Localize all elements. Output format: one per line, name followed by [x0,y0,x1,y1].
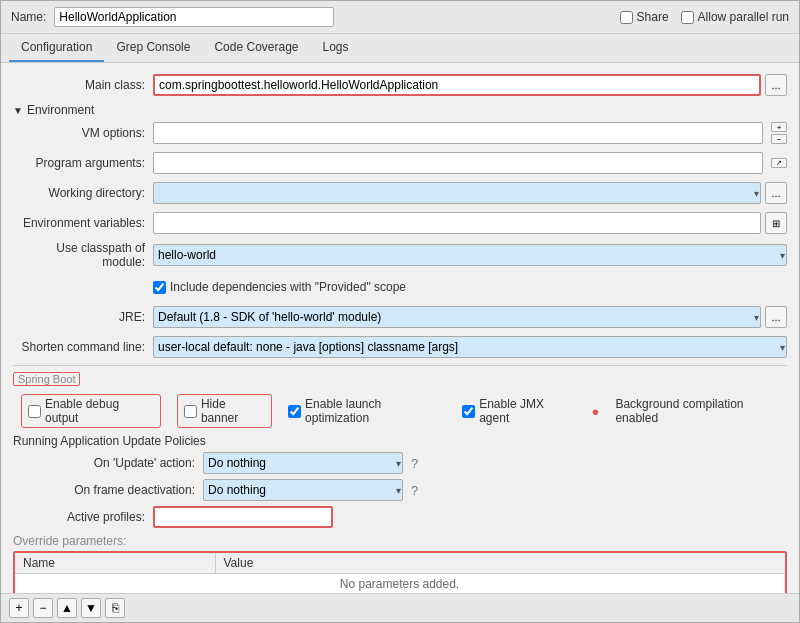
main-class-browse-button[interactable]: ... [765,74,787,96]
on-update-select-wrapper: Do nothing ▾ [203,452,403,474]
working-dir-field: ▾ ... [153,182,787,204]
enable-launch-checkbox-label[interactable]: Enable launch optimization [288,397,446,425]
jre-field: Default (1.8 - SDK of 'hello-world' modu… [153,306,787,328]
enable-jmx-checkbox-label[interactable]: Enable JMX agent [462,397,575,425]
env-vars-row: Environment variables: ⊞ [13,211,787,235]
on-update-help-icon[interactable]: ? [411,456,418,471]
program-args-expand-btn[interactable]: ↗ [771,158,787,168]
down-button[interactable]: ▼ [81,598,101,618]
tab-code-coverage[interactable]: Code Coverage [202,34,310,62]
program-args-input[interactable] [153,152,763,174]
vm-options-field: + − [153,122,787,144]
hide-banner-label: Hide banner [201,397,265,425]
vm-options-input[interactable] [153,122,763,144]
remove-button[interactable]: − [33,598,53,618]
main-class-input[interactable] [153,74,761,96]
vm-options-collapse-btn[interactable]: − [771,134,787,144]
active-profiles-input[interactable] [153,506,333,528]
on-update-label: On 'Update' action: [33,456,203,470]
on-frame-help-icon[interactable]: ? [411,483,418,498]
override-label: Override parameters: [13,534,787,548]
enable-debug-checkbox[interactable] [28,405,41,418]
program-args-label: Program arguments: [13,156,153,170]
separator-1 [13,365,787,366]
enable-jmx-label: Enable JMX agent [479,397,575,425]
table-header-value: Value [215,553,785,574]
share-checkbox-label[interactable]: Share [620,10,669,24]
working-dir-label: Working directory: [13,186,153,200]
environment-label: Environment [27,103,94,117]
classpath-label: Use classpath of module: [13,241,153,269]
enable-jmx-checkbox[interactable] [462,405,475,418]
table-empty-row: No parameters added. Add parameter (⌘N) [15,574,785,594]
add-button[interactable]: + [9,598,29,618]
jre-browse-button[interactable]: ... [765,306,787,328]
main-class-label: Main class: [13,78,153,92]
classpath-select[interactable]: hello-world [153,244,787,266]
hide-banner-checkbox-label[interactable]: Hide banner [177,394,272,428]
tab-logs[interactable]: Logs [311,34,361,62]
include-deps-checkbox[interactable] [153,281,166,294]
name-input[interactable] [54,7,334,27]
active-profiles-row: Active profiles: [13,506,787,528]
env-vars-label: Environment variables: [13,216,153,230]
allow-parallel-checkbox-label[interactable]: Allow parallel run [681,10,789,24]
shorten-cmd-field: user-local default: none - java [options… [153,336,787,358]
env-vars-input[interactable] [153,212,761,234]
working-dir-input[interactable] [153,182,761,204]
on-frame-select[interactable]: Do nothing [203,479,403,501]
spring-boot-label: Spring Boot [13,372,80,386]
env-vars-browse-button[interactable]: ⊞ [765,212,787,234]
working-dir-browse-button[interactable]: ... [765,182,787,204]
name-label: Name: [11,10,46,24]
tabs-bar: Configuration Grep Console Code Coverage… [1,34,799,63]
include-deps-label: Include dependencies with "Provided" sco… [170,280,406,294]
on-update-select[interactable]: Do nothing [203,452,403,474]
override-section: Override parameters: Name Value No param… [13,534,787,593]
include-deps-checkbox-label[interactable]: Include dependencies with "Provided" sco… [153,280,406,294]
enable-launch-label: Enable launch optimization [305,397,446,425]
tab-grep-console[interactable]: Grep Console [104,34,202,62]
config-content: Main class: ... ▼ Environment VM options… [1,63,799,593]
shorten-cmd-label: Shorten command line: [13,340,153,354]
active-profiles-label: Active profiles: [13,510,153,524]
on-update-row: On 'Update' action: Do nothing ▾ ? [13,452,787,474]
enable-debug-checkbox-label[interactable]: Enable debug output [21,394,161,428]
classpath-field: hello-world ▾ [153,244,787,266]
enable-debug-label: Enable debug output [45,397,154,425]
working-dir-row: Working directory: ▾ ... [13,181,787,205]
override-table-wrapper: Name Value No parameters added. Add para… [13,551,787,593]
override-table: Name Value No parameters added. Add para… [15,553,785,593]
on-frame-label: On frame deactivation: [33,483,203,497]
bg-compilation-label: Background compilation enabled [615,397,787,425]
spring-options-row: Enable debug output Hide banner Enable l… [13,394,787,428]
environment-triangle[interactable]: ▼ [13,105,23,116]
main-class-field: ... [153,74,787,96]
up-button[interactable]: ▲ [57,598,77,618]
shorten-cmd-select[interactable]: user-local default: none - java [options… [153,336,787,358]
include-deps-row: Include dependencies with "Provided" sco… [13,275,787,299]
hide-banner-checkbox[interactable] [184,405,197,418]
on-frame-row: On frame deactivation: Do nothing ▾ ? [13,479,787,501]
no-params-message: No parameters added. [23,577,776,591]
jre-row: JRE: Default (1.8 - SDK of 'hello-world'… [13,305,787,329]
bottom-toolbar: + − ▲ ▼ ⎘ [1,593,799,622]
on-frame-select-wrapper: Do nothing ▾ [203,479,403,501]
tab-configuration[interactable]: Configuration [9,34,104,62]
shorten-cmd-row: Shorten command line: user-local default… [13,335,787,359]
jre-label: JRE: [13,310,153,324]
vm-options-row: VM options: + − [13,121,787,145]
enable-launch-checkbox[interactable] [288,405,301,418]
policies-label: Running Application Update Policies [13,434,787,448]
vm-options-expand-btn[interactable]: + [771,122,787,132]
environment-section-header: ▼ Environment [13,103,787,117]
bg-compilation-warning-icon: ● [592,404,600,419]
allow-parallel-checkbox[interactable] [681,11,694,24]
vm-options-label: VM options: [13,126,153,140]
copy-button[interactable]: ⎘ [105,598,125,618]
main-class-row: Main class: ... [13,73,787,97]
share-checkbox[interactable] [620,11,633,24]
env-vars-field: ⊞ [153,212,787,234]
classpath-row: Use classpath of module: hello-world ▾ [13,241,787,269]
jre-select[interactable]: Default (1.8 - SDK of 'hello-world' modu… [153,306,761,328]
